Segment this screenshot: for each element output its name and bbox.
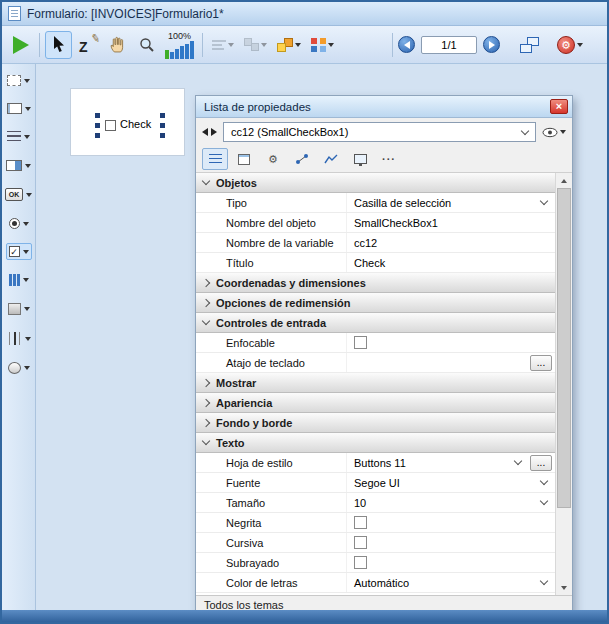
buttongrid-tool-button[interactable] bbox=[6, 271, 32, 289]
window-titlebar[interactable]: Formulario: [INVOICES]Formulario1* bbox=[2, 2, 607, 26]
button-tool-button[interactable]: OK bbox=[2, 185, 35, 204]
tab-chart[interactable] bbox=[318, 148, 344, 170]
tipo-dropdown[interactable]: Casilla de selección bbox=[350, 194, 552, 212]
titulo-field[interactable]: Check bbox=[350, 257, 385, 269]
prop-label: Tipo bbox=[196, 197, 346, 209]
section-fondo[interactable]: Fondo y borde bbox=[196, 413, 555, 433]
grid-tools-button[interactable] bbox=[307, 31, 338, 59]
zoom-bars-icon[interactable] bbox=[165, 41, 194, 59]
toolbar-separator bbox=[392, 33, 393, 57]
distribute-tools-button[interactable] bbox=[240, 31, 271, 59]
hierarchical-list-icon bbox=[7, 131, 21, 143]
color-letras-value: Automático bbox=[354, 577, 409, 589]
cursiva-checkbox[interactable] bbox=[354, 536, 367, 549]
level-tools-button[interactable] bbox=[273, 31, 305, 59]
selection-handle[interactable] bbox=[160, 133, 165, 138]
object-selector-dropdown[interactable]: cc12 (SmallCheckBox1) bbox=[223, 122, 536, 142]
section-texto[interactable]: Texto bbox=[196, 433, 555, 453]
prop-label: Subrayado bbox=[196, 557, 346, 569]
scroll-down-button[interactable] bbox=[556, 580, 572, 595]
tab-more[interactable]: ··· bbox=[376, 148, 402, 170]
fuente-dropdown[interactable]: Segoe UI bbox=[350, 474, 552, 492]
distribute-icon bbox=[244, 38, 259, 51]
color-letras-dropdown[interactable]: Automático bbox=[350, 574, 552, 592]
zoom-tool-button[interactable] bbox=[133, 31, 160, 59]
section-mostrar[interactable]: Mostrar bbox=[196, 373, 555, 393]
zorder-tool-button[interactable]: Z ✎ bbox=[74, 31, 102, 59]
combo-tool-button[interactable] bbox=[3, 157, 34, 174]
dropdown-arrow-icon bbox=[23, 222, 29, 226]
chevron-down-icon bbox=[521, 126, 529, 134]
tab-events[interactable] bbox=[289, 148, 315, 170]
tab-form[interactable] bbox=[231, 148, 257, 170]
view-options-button[interactable] bbox=[542, 127, 566, 138]
previous-object-button[interactable] bbox=[202, 128, 208, 136]
nombre-variable-field[interactable]: cc12 bbox=[350, 237, 377, 249]
cascade-windows-icon bbox=[520, 37, 539, 53]
align-tools-button[interactable] bbox=[208, 31, 238, 59]
next-object-button[interactable] bbox=[211, 128, 217, 136]
enfocable-checkbox[interactable] bbox=[354, 336, 367, 349]
checkbox-icon: ✓ bbox=[9, 246, 20, 257]
magnifier-icon bbox=[139, 37, 155, 53]
rectangle-tool-button[interactable] bbox=[5, 300, 33, 318]
selection-handle[interactable] bbox=[95, 113, 100, 118]
section-controles[interactable]: Controles de entrada bbox=[196, 313, 555, 333]
scroll-up-button[interactable] bbox=[556, 173, 572, 188]
run-form-button[interactable] bbox=[7, 31, 34, 59]
oval-tool-button[interactable] bbox=[5, 359, 33, 377]
hoja-estilo-browse-button[interactable]: ... bbox=[530, 455, 552, 471]
selection-handle[interactable] bbox=[95, 133, 100, 138]
tab-display[interactable] bbox=[347, 148, 373, 170]
hoja-estilo-dropdown[interactable]: Buttons 11 bbox=[350, 454, 526, 472]
text-tool-button[interactable] bbox=[4, 72, 33, 89]
tab-settings[interactable]: ⚙ bbox=[260, 148, 286, 170]
selection-handle[interactable] bbox=[160, 123, 165, 128]
play-icon bbox=[13, 36, 29, 54]
section-coordenadas[interactable]: Coordenadas y dimensiones bbox=[196, 273, 555, 293]
panel-scrollbar[interactable] bbox=[555, 173, 572, 595]
selected-checkbox-object[interactable]: Check bbox=[97, 115, 163, 136]
atajo-browse-button[interactable]: ... bbox=[530, 355, 552, 371]
subrayado-checkbox[interactable] bbox=[354, 556, 367, 569]
form-canvas[interactable]: Check bbox=[70, 88, 185, 156]
form-document-icon bbox=[8, 6, 21, 21]
prop-label: Hoja de estilo bbox=[196, 457, 346, 469]
form-editor-window: Formulario: [INVOICES]Formulario1* Z ✎ bbox=[0, 0, 609, 624]
zoom-control[interactable]: 100% bbox=[165, 31, 194, 59]
panel-titlebar[interactable]: Lista de propiedades × bbox=[196, 96, 572, 118]
section-apariencia[interactable]: Apariencia bbox=[196, 393, 555, 413]
button-grid-icon bbox=[9, 274, 20, 286]
scrollbar-thumb[interactable] bbox=[557, 188, 571, 508]
pointer-tool-button[interactable] bbox=[45, 31, 72, 59]
section-objetos[interactable]: Objetos bbox=[196, 173, 555, 193]
list-tool-button[interactable] bbox=[4, 128, 33, 146]
dropdown-arrow-icon bbox=[560, 130, 566, 134]
negrita-checkbox[interactable] bbox=[354, 516, 367, 529]
nombre-objeto-field[interactable]: SmallCheckBox1 bbox=[350, 217, 438, 229]
align-icon bbox=[212, 39, 226, 51]
windows-list-button[interactable] bbox=[516, 31, 543, 59]
previous-page-button[interactable] bbox=[398, 36, 415, 53]
chevron-right-icon bbox=[202, 278, 210, 286]
radio-tool-button[interactable] bbox=[6, 215, 32, 232]
tamano-dropdown[interactable]: 10 bbox=[350, 494, 552, 512]
static-text-icon bbox=[7, 75, 21, 86]
prop-row-subrayado: Subrayado bbox=[196, 553, 555, 573]
splitter-tool-button[interactable] bbox=[4, 329, 34, 348]
tab-all-properties[interactable] bbox=[202, 148, 228, 170]
form-properties-button[interactable]: ⚙ bbox=[553, 31, 587, 59]
next-page-button[interactable] bbox=[483, 36, 500, 53]
prop-row-hoja-estilo: Hoja de estilo Buttons 11 ... bbox=[196, 453, 555, 473]
tamano-value: 10 bbox=[354, 497, 366, 509]
section-redimension[interactable]: Opciones de redimensión bbox=[196, 293, 555, 313]
hand-icon bbox=[109, 36, 126, 53]
checkbox-tool-button[interactable]: ✓ bbox=[6, 243, 32, 260]
pan-tool-button[interactable] bbox=[104, 31, 131, 59]
input-tool-button[interactable] bbox=[4, 100, 34, 117]
selection-handle[interactable] bbox=[160, 113, 165, 118]
stacked-objects-icon bbox=[277, 38, 293, 52]
close-icon[interactable]: × bbox=[550, 99, 568, 114]
selection-handle[interactable] bbox=[95, 123, 100, 128]
eye-icon bbox=[542, 127, 558, 138]
